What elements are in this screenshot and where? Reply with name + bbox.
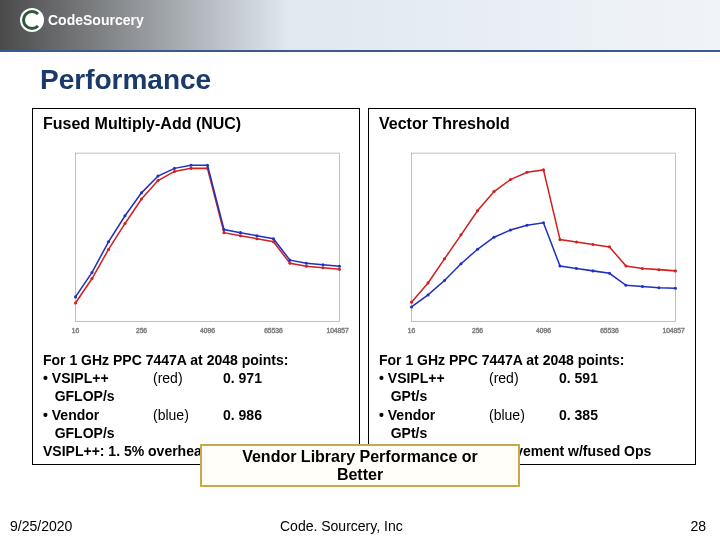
chart-left-svg: 162564096655361048576 <box>43 137 349 347</box>
svg-point-22 <box>140 191 143 194</box>
svg-point-72 <box>641 285 644 288</box>
chart-left: 162564096655361048576 <box>43 137 349 347</box>
caption-lead: For 1 GHz PPC 7447A at 2048 points: <box>43 351 349 369</box>
svg-point-14 <box>288 262 291 265</box>
chart-right: 162564096655361048576 <box>379 137 685 347</box>
callout-line2: Better <box>206 466 514 484</box>
svg-text:256: 256 <box>136 327 147 334</box>
chart-right-svg: 162564096655361048576 <box>379 137 685 347</box>
unit: GPt/s <box>391 425 428 441</box>
svg-text:16: 16 <box>72 327 80 334</box>
svg-point-51 <box>575 240 578 243</box>
svg-point-56 <box>657 268 660 271</box>
svg-point-53 <box>608 245 611 248</box>
panel-right-title: Vector Threshold <box>379 115 685 133</box>
lbl-value: 0. 971 <box>223 369 283 387</box>
svg-point-43 <box>443 257 446 260</box>
svg-point-58 <box>410 305 413 308</box>
svg-point-42 <box>426 281 429 284</box>
svg-point-44 <box>459 233 462 236</box>
svg-point-34 <box>338 265 341 268</box>
panel-left: Fused Multiply-Add (NUC) 162564096655361… <box>32 108 360 465</box>
panel-left-title: Fused Multiply-Add (NUC) <box>43 115 349 133</box>
lbl-name: VSIPL++ <box>52 370 109 386</box>
svg-point-3 <box>107 248 110 251</box>
brand-text: CodeSourcery <box>48 12 144 28</box>
lbl-value: 0. 986 <box>223 406 283 424</box>
lbl-color: (blue) <box>153 406 223 424</box>
svg-text:1048576: 1048576 <box>662 327 685 334</box>
row-vsipl-r: • VSIPL++ (red) 0. 591 <box>379 369 685 387</box>
svg-point-11 <box>239 234 242 237</box>
panel-right: Vector Threshold 162564096655361048576 F… <box>368 108 696 465</box>
svg-point-31 <box>288 259 291 262</box>
svg-point-1 <box>74 301 77 304</box>
caption-lead-r: For 1 GHz PPC 7447A at 2048 points: <box>379 351 685 369</box>
svg-point-28 <box>239 231 242 234</box>
panels-row: Fused Multiply-Add (NUC) 162564096655361… <box>32 108 696 465</box>
svg-text:65536: 65536 <box>264 327 283 334</box>
svg-point-52 <box>591 243 594 246</box>
svg-rect-40 <box>412 153 676 321</box>
svg-point-27 <box>222 228 225 231</box>
brand-swirl-icon <box>20 8 44 32</box>
slide-title: Performance <box>40 64 211 96</box>
svg-point-54 <box>624 265 627 268</box>
svg-point-70 <box>608 272 611 275</box>
svg-point-17 <box>338 268 341 271</box>
svg-point-32 <box>305 262 308 265</box>
svg-point-63 <box>492 236 495 239</box>
svg-point-4 <box>123 222 126 225</box>
svg-point-26 <box>206 164 209 167</box>
footer-page: 28 <box>690 518 706 534</box>
svg-point-45 <box>476 209 479 212</box>
svg-point-41 <box>410 301 413 304</box>
svg-point-55 <box>641 267 644 270</box>
lbl-value: 0. 385 <box>559 406 619 424</box>
svg-point-73 <box>657 286 660 289</box>
svg-point-48 <box>525 171 528 174</box>
svg-point-12 <box>255 237 258 240</box>
svg-point-69 <box>591 269 594 272</box>
brand-logo: CodeSourcery <box>20 8 144 32</box>
svg-point-61 <box>459 262 462 265</box>
svg-point-49 <box>542 168 545 171</box>
svg-point-57 <box>674 269 677 272</box>
svg-point-15 <box>305 265 308 268</box>
svg-text:1048576: 1048576 <box>326 327 349 334</box>
unit: GFLOP/s <box>55 425 115 441</box>
svg-point-2 <box>90 277 93 280</box>
row-vendor-r: • Vendor (blue) 0. 385 <box>379 406 685 424</box>
svg-point-24 <box>173 167 176 170</box>
svg-point-19 <box>90 271 93 274</box>
svg-point-21 <box>123 214 126 217</box>
svg-text:65536: 65536 <box>600 327 619 334</box>
svg-point-33 <box>321 263 324 266</box>
lbl-name: Vendor <box>52 407 99 423</box>
svg-point-66 <box>542 221 545 224</box>
svg-point-71 <box>624 284 627 287</box>
row-vendor: • Vendor (blue) 0. 986 <box>43 406 349 424</box>
lbl-name: Vendor <box>388 407 435 423</box>
lbl-color: (blue) <box>489 406 559 424</box>
unit: GPt/s <box>391 388 428 404</box>
svg-point-74 <box>674 287 677 290</box>
svg-point-5 <box>140 197 143 200</box>
svg-point-68 <box>575 267 578 270</box>
svg-point-25 <box>189 164 192 167</box>
svg-point-62 <box>476 248 479 251</box>
lbl-color: (red) <box>489 369 559 387</box>
row-unit-r2: GPt/s <box>379 424 685 442</box>
svg-point-67 <box>558 265 561 268</box>
footer-org: Code. Sourcery, Inc <box>280 518 403 534</box>
row-unit-r: GPt/s <box>379 387 685 405</box>
svg-point-7 <box>173 170 176 173</box>
row-unit: GFLOP/s <box>43 387 349 405</box>
svg-point-30 <box>272 237 275 240</box>
svg-point-8 <box>189 167 192 170</box>
svg-point-20 <box>107 240 110 243</box>
row-vsipl: • VSIPL++ (red) 0. 971 <box>43 369 349 387</box>
svg-point-23 <box>156 174 159 177</box>
svg-text:256: 256 <box>472 327 483 334</box>
svg-point-16 <box>321 266 324 269</box>
